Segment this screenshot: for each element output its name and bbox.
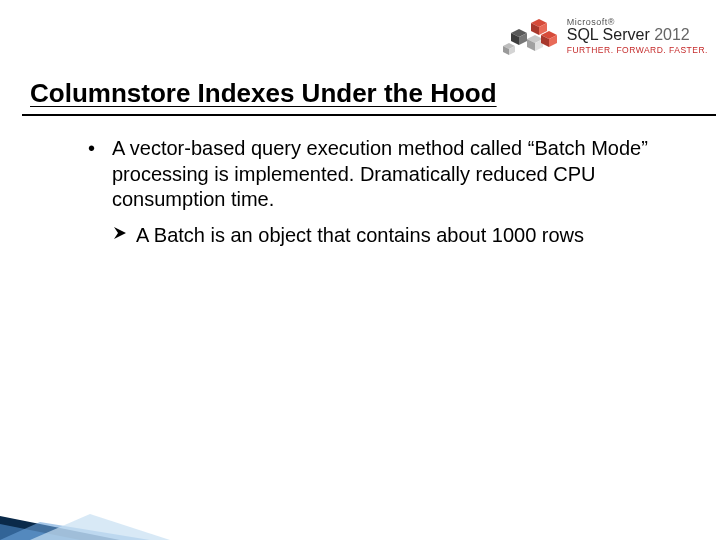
brand-block: Microsoft® SQL Server 2012 FURTHER. FORW… (488, 6, 708, 66)
brand-text: Microsoft® SQL Server 2012 FURTHER. FORW… (567, 17, 708, 55)
cubes-icon (499, 11, 561, 61)
footer-decoration (0, 504, 170, 540)
bullet-1-text: A vector-based query execution method ca… (112, 137, 648, 210)
arrow-right-icon (112, 225, 128, 241)
bullet-2-text: A Batch is an object that contains about… (136, 224, 584, 246)
brand-product: SQL Server 2012 (567, 27, 690, 43)
svg-marker-15 (114, 227, 126, 239)
brand-year: 2012 (654, 26, 690, 43)
bullet-level-1: A vector-based query execution method ca… (80, 136, 696, 213)
brand-tagline: FURTHER. FORWARD. FASTER. (567, 45, 708, 55)
slide-title: Columnstore Indexes Under the Hood (30, 78, 497, 108)
title-wrap: Columnstore Indexes Under the Hood (30, 78, 497, 109)
slide: Microsoft® SQL Server 2012 FURTHER. FORW… (0, 0, 720, 540)
bullet-level-2: A Batch is an object that contains about… (80, 223, 696, 249)
body: A vector-based query execution method ca… (80, 136, 696, 248)
brand-product-name: SQL Server (567, 26, 650, 43)
title-rule (22, 114, 716, 116)
